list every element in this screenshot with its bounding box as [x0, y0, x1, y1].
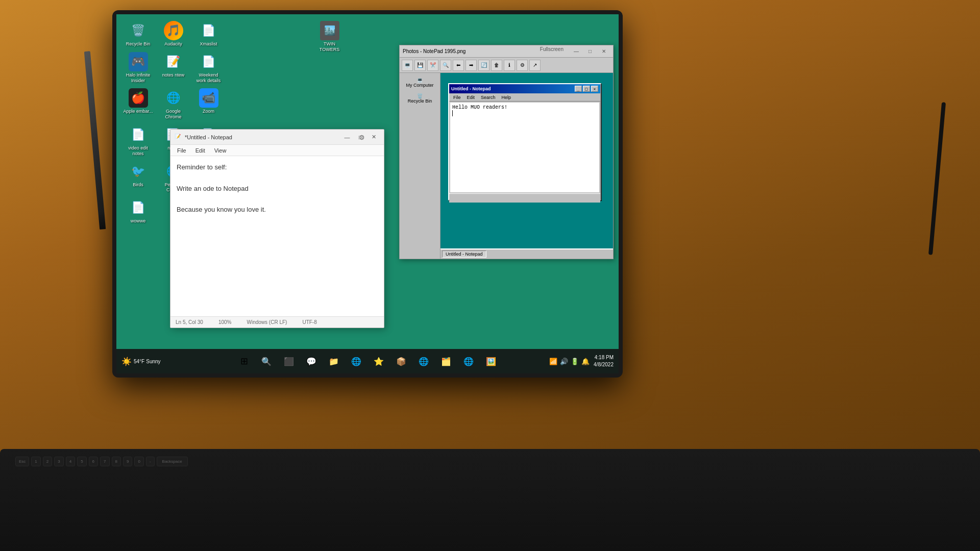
key-backspace[interactable]: Backspace	[157, 457, 188, 466]
key-4[interactable]: 4	[66, 457, 75, 466]
desktop-icon-wowwe[interactable]: 📄 wowwe	[121, 196, 155, 226]
photos-close[interactable]: ✕	[598, 46, 610, 57]
file-explorer-icon: 📁	[329, 357, 339, 366]
toolbar-btn-1[interactable]: 💻	[402, 60, 413, 71]
key-5[interactable]: 5	[77, 457, 86, 466]
desktop-icon-twin-towers[interactable]: 🏙️ TWIN TOWERS	[313, 19, 346, 54]
notepad-text-area[interactable]: Reminder to self: Write an ode to Notepa…	[170, 156, 384, 316]
desktop-icon-halo[interactable]: 🎮 Halo Infinite Insider	[121, 51, 155, 85]
desktop-icon-video[interactable]: 📄 video edit notes	[121, 123, 155, 158]
desktop-icon-birds[interactable]: 🐦 Birds	[121, 160, 155, 195]
notification-icon[interactable]: 🔔	[581, 358, 590, 365]
menu-view[interactable]: View	[210, 146, 231, 155]
battery-icon[interactable]: 🔋	[571, 358, 579, 365]
task-view-icon: ⬛	[284, 357, 294, 366]
photos-window: Photos - NotePad 1995.png Fullscreen — □…	[399, 45, 614, 259]
video-icon: 📄	[129, 125, 148, 144]
my-computer-icon: 💻	[417, 78, 423, 83]
key-2[interactable]: 2	[43, 457, 52, 466]
line-ending: Windows (CR LF)	[247, 319, 287, 325]
key-9[interactable]: 9	[123, 457, 132, 466]
task-view-button[interactable]: ⬛	[279, 352, 299, 371]
chat-button[interactable]: 💬	[302, 352, 321, 371]
taskbar-icon-7[interactable]: 🌐	[414, 352, 433, 371]
win95-menu-file[interactable]: File	[451, 94, 463, 101]
settings-button[interactable]: ⚙	[357, 132, 367, 142]
win95-menu-help[interactable]: Help	[499, 94, 514, 101]
desktop-icon-recycle-bin[interactable]: 🗑️ Recycle Bin	[121, 19, 155, 48]
desktop-icon-audacity[interactable]: 🎵 Audacity	[157, 19, 190, 48]
desktop-icon-notes-ntew[interactable]: 📝 notes ntew	[157, 51, 190, 85]
key-6[interactable]: 6	[89, 457, 98, 466]
desktop-icon-apple[interactable]: 🍎 Apple embar...	[121, 87, 155, 121]
taskbar-icon-10[interactable]: 🖼️	[481, 352, 501, 371]
minimize-button[interactable]: —	[341, 132, 353, 142]
toolbar-btn-del[interactable]: 🗑	[491, 60, 502, 71]
zoom-icon: 📹	[199, 88, 218, 108]
key-1[interactable]: 1	[31, 457, 40, 466]
windows-logo-icon: ⊞	[240, 356, 248, 367]
desktop-icon-zoom[interactable]: 📹 Zoom	[192, 87, 225, 121]
win95-close[interactable]: ✕	[591, 86, 598, 92]
photos-maximize[interactable]: □	[584, 46, 596, 57]
key-minus[interactable]: -	[146, 457, 155, 466]
toolbar-btn-arrow[interactable]: ↗	[529, 60, 541, 71]
temp-display: 54°F	[134, 359, 144, 364]
network-icon[interactable]: 📶	[549, 358, 557, 365]
desktop-icon-weekend[interactable]: 📄 Weekend work details	[192, 51, 225, 85]
sidebar-recycle-bin[interactable]: 🗑️ Recycle Bin	[402, 91, 437, 106]
menu-edit[interactable]: Edit	[191, 146, 209, 155]
photos-fullscreen-btn[interactable]: Fullscreen	[540, 46, 564, 57]
desktop-icon-chrome[interactable]: 🌐 Google Chrome	[157, 87, 190, 121]
clock-widget[interactable]: 4:18 PM 4/8/2022	[594, 354, 614, 368]
search-taskbar-icon: 🔍	[261, 357, 272, 366]
toolbar-btn-cut[interactable]: ✂️	[427, 60, 438, 71]
zoom-level: 100%	[218, 319, 232, 325]
toolbar-btn-settings[interactable]: ⚙	[517, 60, 528, 71]
win95-text-content[interactable]: Hello MUO readers!	[450, 103, 599, 192]
app-icon-7: 🌐	[419, 357, 429, 366]
volume-icon[interactable]: 🔊	[560, 358, 568, 365]
key-0[interactable]: 0	[134, 457, 143, 466]
key-3[interactable]: 3	[54, 457, 63, 466]
win95-titlebar: Untitled - Notepad _ □ ✕	[449, 84, 600, 93]
taskbar-icon-8[interactable]: 🗂️	[436, 352, 456, 371]
toolbar-btn-forward[interactable]: ➡	[465, 60, 477, 71]
edge-button[interactable]: 🌐	[347, 352, 366, 371]
close-button[interactable]: ✕	[368, 132, 380, 142]
menu-file[interactable]: File	[173, 146, 190, 155]
chat-icon: 💬	[306, 357, 316, 366]
store-button[interactable]: ⭐	[369, 352, 388, 371]
photos-titlebar: Photos - NotePad 1995.png Fullscreen — □…	[400, 45, 613, 58]
win95-menu-edit[interactable]: Edit	[464, 94, 478, 101]
win95-minimize[interactable]: _	[575, 86, 582, 92]
taskbar-icon-6[interactable]: 📦	[391, 352, 411, 371]
weekend-label: Weekend work details	[193, 72, 224, 84]
search-taskbar-button[interactable]: 🔍	[257, 352, 276, 371]
win95-menu-search[interactable]: Search	[478, 94, 498, 101]
win95-menu-bar: File Edit Search Help	[449, 93, 600, 102]
win95-taskbar-notepad[interactable]: Untitled - Notepad	[442, 251, 486, 258]
file-explorer-button[interactable]: 📁	[324, 352, 344, 371]
toolbar-btn-back[interactable]: ⬅	[453, 60, 464, 71]
desktop-icon-xmaslist[interactable]: 📄 Xmaslist	[192, 19, 225, 48]
key-7[interactable]: 7	[100, 457, 109, 466]
toolbar-btn-search[interactable]: 🔍	[440, 60, 451, 71]
toolbar-btn-rotate[interactable]: 🔄	[478, 60, 489, 71]
app-icon-6: 📦	[396, 357, 406, 366]
toolbar-btn-2[interactable]: 💾	[414, 60, 426, 71]
birds-label: Birds	[133, 182, 143, 188]
recycle-bin-sidebar-icon: 🗑️	[417, 93, 423, 98]
toolbar-btn-info[interactable]: ℹ	[504, 60, 515, 71]
keyboard: Esc 1 2 3 4 5 6 7 8 9 0 - Backspace	[0, 449, 980, 551]
win95-inner-taskbar	[449, 193, 600, 203]
win95-maximize[interactable]: □	[583, 86, 590, 92]
taskbar-weather: ☀️ 54°F Sunny	[121, 357, 161, 366]
sidebar-my-computer[interactable]: 💻 My Computer	[402, 76, 437, 90]
photos-minimize[interactable]: —	[570, 46, 582, 57]
win95-notepad-window: Untitled - Notepad _ □ ✕ File Edit Searc…	[448, 83, 601, 201]
key-8[interactable]: 8	[112, 457, 121, 466]
key-esc[interactable]: Esc	[15, 457, 29, 466]
start-button[interactable]: ⊞	[234, 352, 254, 371]
taskbar-icon-9[interactable]: 🌐	[459, 352, 478, 371]
